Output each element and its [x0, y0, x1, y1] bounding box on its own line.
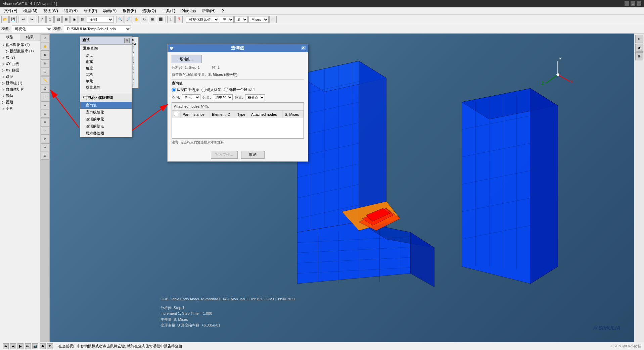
dialog-large-close[interactable]: ✕ [301, 45, 306, 51]
tb-info[interactable]: ℹ [167, 16, 175, 23]
dialog-item-mesh[interactable]: 网格 [80, 71, 132, 78]
dialog-subitem-query-value[interactable]: 查询值 [80, 102, 132, 109]
tree-item-display-group[interactable]: ▷ 显示组 (1) [1, 80, 39, 86]
tb-contour[interactable]: ▤ [54, 16, 62, 23]
dialog-item-mass[interactable]: 质量属性 [80, 84, 132, 91]
tree-item-layer[interactable]: ▷ 层 (7) [1, 54, 39, 61]
tb-zoom-in[interactable]: 🔍 [117, 16, 124, 23]
close-btn[interactable]: ✕ [637, 1, 641, 6]
tree-item-flow[interactable]: ▷ 流动 [1, 93, 39, 99]
icon-ruler[interactable]: 📏 [41, 76, 49, 84]
icon-select[interactable]: ↗ [41, 34, 49, 42]
nav-prev[interactable]: ◀ [10, 343, 16, 349]
tree-item-path[interactable]: ▷ 路径 [1, 73, 39, 80]
menu-plot[interactable]: 绘图(P) [81, 7, 100, 14]
tb-path[interactable]: ⊡ [79, 16, 86, 23]
partition-select[interactable]: 适中的 [213, 94, 233, 100]
dialog-subitem-active-elements[interactable]: 激活的单元 [80, 116, 132, 123]
select-all-checkbox[interactable] [174, 112, 178, 116]
dialog-query-small[interactable]: 查询 ✕ 通用查询 结点 距离 角度 网格 单元 质量属性 *可视化* 模块查询… [80, 36, 132, 137]
icon-measure[interactable]: ⊡ [41, 93, 49, 101]
menu-help[interactable]: 帮助(H) [199, 7, 218, 14]
nav-first[interactable]: ⏮ [3, 343, 9, 349]
maximize-btn[interactable]: □ [631, 1, 635, 6]
icon-rotate[interactable]: ↻ [41, 51, 49, 59]
field-output-btn[interactable]: 场输出... [172, 55, 202, 63]
tb-variable-dropdown[interactable]: Mises [248, 16, 269, 23]
dialog-large-title[interactable]: ⊕ 查询值 ✕ [168, 44, 308, 52]
dialog-subitem-stress-linear[interactable]: 应力线性化 [80, 109, 132, 116]
tree-item-xy-data[interactable]: ▷ XY 数据 [1, 67, 39, 73]
tab-results[interactable]: 结果 [20, 34, 40, 41]
tb-save[interactable]: 💾 [9, 16, 17, 23]
dialog-query-large[interactable]: ⊕ 查询值 ✕ 场输出... 分析步: 1, Step-1 帧: 1 待查询的场… [167, 44, 308, 162]
tb-select-all[interactable]: 全部 [87, 16, 113, 23]
radio-from-viewport[interactable]: 从视口中选择 [172, 87, 199, 92]
tree-item-output-db[interactable]: ▷ 输出数据库 (4) [1, 42, 39, 48]
nav-play[interactable]: ▶ [17, 343, 24, 349]
tab-model[interactable]: 模型 [0, 34, 20, 41]
menu-model[interactable]: 模型(M) [20, 7, 40, 14]
tb-zoom-out[interactable]: 🔎 [125, 16, 132, 23]
tree-item-model-db[interactable]: ▷ 模型数据库 (1) [1, 48, 39, 54]
tree-item-free-body[interactable]: ▷ 自由体切片 [1, 86, 39, 93]
menu-options[interactable]: 选项(Q) [139, 7, 158, 14]
menu-view[interactable]: 视图(W) [41, 7, 60, 14]
icon-layers[interactable]: ≡ [41, 118, 49, 126]
dialog-item-angle[interactable]: 角度 [80, 65, 132, 71]
rp-btn-1[interactable]: ⊕ [635, 35, 643, 43]
menu-tools[interactable]: 工具(T) [159, 7, 178, 14]
query-select[interactable]: 单元 [182, 94, 200, 100]
tb-fit[interactable]: ⊞ [149, 16, 156, 23]
tree-item-xy-curve[interactable]: ▷ XY 曲线 [1, 61, 39, 67]
rp-btn-2[interactable]: ◉ [635, 44, 643, 52]
dialog-item-distance[interactable]: 距离 [80, 59, 132, 65]
icon-grid[interactable]: # [41, 135, 49, 143]
nav-camera[interactable]: 📷 [32, 343, 38, 349]
tb-select[interactable]: ↗ [38, 16, 46, 23]
menu-animation[interactable]: 动画(A) [100, 7, 119, 14]
tb-arrow[interactable]: ↓ [269, 16, 277, 23]
minimize-btn[interactable]: — [625, 1, 629, 6]
icon-point[interactable]: • [41, 127, 49, 135]
icon-settings[interactable]: ⚙ [41, 110, 49, 118]
icon-zoom[interactable]: ⊕ [41, 59, 49, 67]
location-select[interactable]: 积分点 [245, 94, 265, 100]
rp-btn-3[interactable]: ⊠ [635, 52, 643, 60]
nav-last[interactable]: ⏭ [25, 343, 31, 349]
tb-pan[interactable]: ✋ [133, 16, 140, 23]
dialog-subitem-active-nodes[interactable]: 激活的结点 [80, 123, 132, 130]
tb-deform[interactable]: ⬡ [46, 16, 54, 23]
tb-file-open[interactable]: 📂 [1, 16, 9, 23]
radio-enter-label[interactable]: 键入标签 [201, 87, 221, 92]
icon-cut[interactable]: ✂ [41, 143, 49, 151]
radio-select-group[interactable]: 选择一个显示组 [224, 87, 255, 92]
tb-rotate[interactable]: ↻ [141, 16, 148, 23]
write-file-btn[interactable]: 写入文件... [211, 151, 237, 159]
icon-probe[interactable]: ⊗ [41, 152, 49, 160]
dialog-small-close[interactable]: ✕ [124, 38, 130, 43]
tb-material[interactable]: ◉ [71, 16, 78, 23]
nav-settings[interactable]: ⚙ [47, 343, 53, 349]
dialog-small-title[interactable]: 查询 ✕ [80, 37, 132, 45]
menu-results[interactable]: 结果(R) [61, 7, 81, 14]
dialog-item-element[interactable]: 单元 [80, 78, 132, 84]
tree-item-video[interactable]: ▷ 视频 [1, 99, 39, 105]
menu-file[interactable]: 文件(F) [1, 7, 20, 14]
tb-scale-dropdown[interactable]: 主 [220, 16, 234, 23]
model-select[interactable]: 可视化 [12, 26, 52, 32]
module-select[interactable]: D:/SIMULIA/Temp/Job-c1.odb [64, 26, 131, 32]
tb-views[interactable]: ⬛ [157, 16, 164, 23]
tree-item-images[interactable]: ▷ 图片 [1, 105, 39, 112]
menu-report[interactable]: 报告(E) [120, 7, 139, 14]
tb-query[interactable]: ❓ [175, 16, 183, 23]
tb-redo[interactable]: ↪ [28, 16, 35, 23]
icon-draw[interactable]: ✏ [41, 101, 49, 109]
tb-field-dropdown[interactable]: S [234, 16, 248, 23]
dialog-subitem-stack-plot[interactable]: 层堆叠绘图 [80, 130, 132, 137]
icon-fit[interactable]: ⊞ [41, 68, 49, 76]
tb-visualization-dropdown[interactable]: 可视化默认值 [186, 16, 219, 23]
viewport[interactable]: S, Mises (平均: 75%) +4.1e+01 +4.1e+01 +4.… [50, 34, 634, 342]
menu-question[interactable]: ? [219, 8, 227, 14]
icon-angle[interactable]: ∠ [41, 85, 49, 93]
